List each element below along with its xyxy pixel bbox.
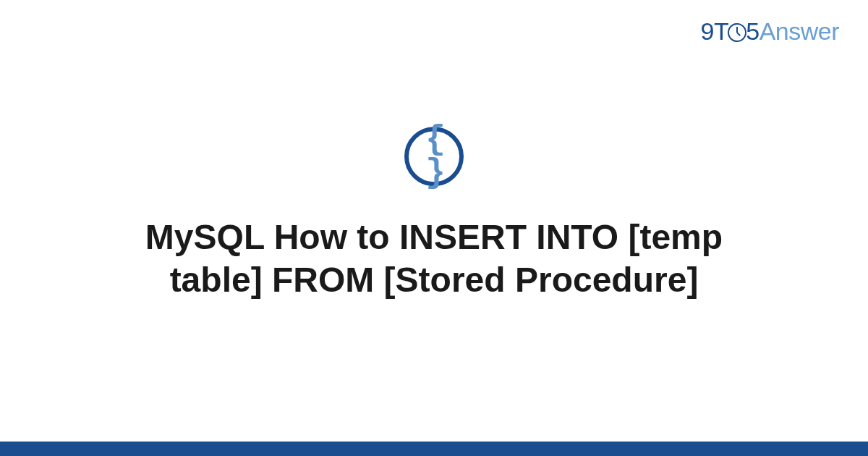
topic-icon-circle: { } xyxy=(404,127,464,186)
brand-logo: 9T5Answer xyxy=(701,17,839,46)
footer-bar xyxy=(0,442,868,456)
clock-icon xyxy=(728,23,746,42)
main-content: { } MySQL How to INSERT INTO [temp table… xyxy=(0,127,868,301)
brand-part-5: 5 xyxy=(746,17,759,45)
brand-part-9t: 9T xyxy=(701,17,729,45)
page-title: MySQL How to INSERT INTO [temp table] FR… xyxy=(72,216,796,301)
brand-part-answer: Answer xyxy=(760,17,839,45)
code-braces-icon: { } xyxy=(409,123,459,190)
